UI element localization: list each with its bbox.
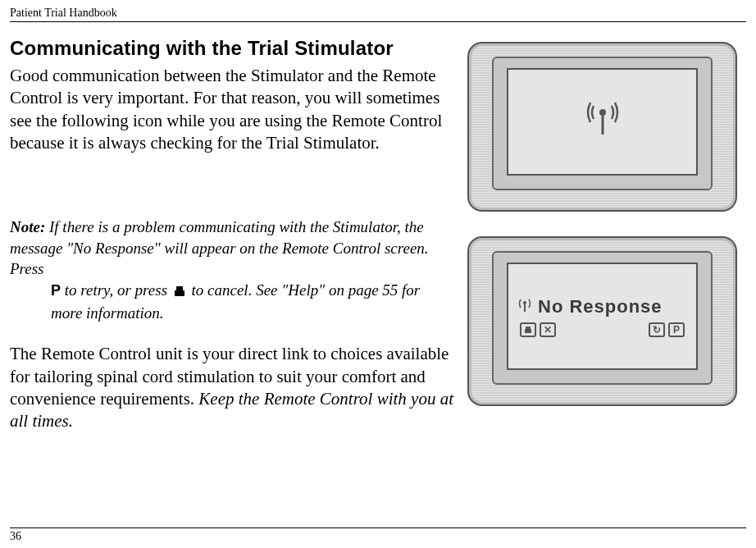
antenna-icon: [582, 98, 623, 147]
device-inner-1: [492, 57, 713, 190]
p-icon-box: P: [668, 322, 685, 337]
intro-paragraph: Good communication between the Stimulato…: [10, 65, 454, 154]
content-wrapper: Communicating with the Trial Stimulator …: [10, 37, 746, 432]
svg-point-3: [523, 301, 526, 304]
svg-rect-1: [176, 286, 183, 290]
device-inner-2: No Response: [492, 251, 713, 385]
image-column: No Response: [461, 37, 746, 432]
running-header: Patient Trial Handbook: [10, 7, 746, 22]
svg-rect-4: [525, 329, 531, 333]
note-part1: If there is a problem communicating with…: [10, 218, 429, 277]
closing-paragraph: The Remote Control unit is your direct l…: [10, 343, 454, 432]
area-button-icon: [174, 281, 185, 303]
device-figure-2: No Response: [461, 231, 744, 416]
page-number: 36: [10, 527, 746, 543]
svg-rect-0: [175, 290, 184, 296]
antenna-small-icon: [517, 297, 533, 317]
p-button-icon: P: [51, 281, 61, 300]
device-screen-2: No Response: [507, 263, 698, 370]
area-icon-box: [520, 322, 536, 337]
x-icon-box: ✕: [540, 322, 556, 337]
device-body-1: [467, 42, 737, 212]
note-part2: to retry, or press: [65, 281, 171, 299]
section-heading: Communicating with the Trial Stimulator: [10, 37, 454, 60]
no-response-row: No Response: [517, 296, 688, 317]
device-screen-1: [507, 68, 698, 176]
no-response-content: No Response: [508, 264, 696, 368]
note-block: Note: If there is a problem communicatin…: [10, 217, 454, 323]
device-figure-1: [461, 37, 744, 221]
text-column: Communicating with the Trial Stimulator …: [10, 37, 461, 432]
note-body: P to retry, or press to cancel. See "Hel…: [51, 280, 454, 323]
device-body-2: No Response: [467, 236, 737, 406]
note-label: Note:: [10, 218, 45, 235]
svg-point-2: [599, 109, 606, 116]
icon-group-left: ✕: [520, 322, 556, 337]
refresh-icon-box: ↻: [649, 322, 665, 337]
svg-rect-5: [526, 327, 531, 329]
icon-group-right: ↻ P: [649, 322, 685, 337]
screen-icon-row: ✕ ↻ P: [517, 322, 688, 337]
no-response-label: No Response: [538, 296, 663, 317]
